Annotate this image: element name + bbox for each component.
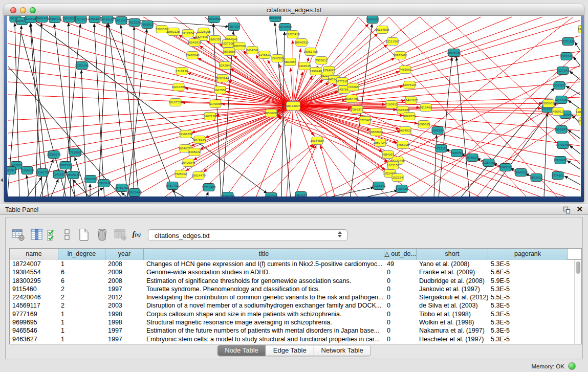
graph-edge[interactable] (320, 145, 335, 196)
graph-node[interactable]: 4498222 (188, 148, 201, 156)
table-row[interactable]: 946362711997Embryonic stem cells: a mode… (10, 335, 574, 343)
graph-edge[interactable] (575, 42, 580, 51)
graph-edge[interactable] (573, 57, 580, 65)
graph-node[interactable]: 1362615 (298, 62, 311, 70)
graph-node[interactable]: 17957253 (83, 176, 98, 183)
column-header-name[interactable]: name (10, 249, 58, 260)
graph-edge[interactable] (568, 130, 580, 139)
graph-node[interactable]: 1615152 (387, 162, 400, 169)
graph-node[interactable]: 2803144 (216, 75, 229, 82)
graph-node[interactable]: 11156869 (20, 167, 34, 174)
graph-edge[interactable] (570, 71, 580, 80)
graph-node[interactable]: 10254459 (482, 159, 496, 167)
table-row[interactable]: 1456911722003Disruption of a novel membe… (10, 301, 574, 310)
table-source-select[interactable]: citations_edges.txt (148, 229, 347, 241)
tab-network-table[interactable]: Network Table (314, 345, 371, 356)
graph-node[interactable]: 23420046 (185, 52, 200, 59)
graph-edge[interactable] (445, 17, 580, 143)
table-row[interactable]: 969969511998Structural magnetic resonanc… (10, 318, 574, 326)
graph-edge[interactable] (293, 17, 420, 106)
graph-node[interactable]: 19384554 (310, 137, 324, 145)
graph-node[interactable]: 16154808 (375, 26, 389, 34)
graph-node[interactable]: 8186328 (209, 36, 222, 43)
graph-node[interactable]: 12106453 (553, 157, 568, 164)
graph-edge[interactable] (8, 106, 293, 120)
tab-edge-table[interactable]: Edge Table (266, 345, 314, 356)
graph-node[interactable]: 16961758 (303, 48, 318, 56)
column-header-short[interactable]: short (417, 249, 488, 260)
tab-node-table[interactable]: Node Table (217, 345, 266, 356)
graph-node[interactable]: 12093872 (552, 82, 567, 90)
graph-edge[interactable] (293, 17, 542, 106)
graph-edge[interactable] (121, 25, 139, 196)
column-header-in_degree[interactable]: in_degree (58, 249, 105, 260)
panel-collapse-arrow-icon[interactable] (1, 178, 3, 182)
graph-node[interactable]: 16046242 (465, 154, 480, 162)
graph-edge[interactable] (293, 40, 293, 106)
graph-node[interactable]: 2967608 (233, 42, 246, 50)
table-scrollbar-thumb[interactable] (576, 261, 580, 274)
graph-node[interactable]: 7485063 (399, 66, 412, 74)
graph-edge[interactable] (205, 106, 293, 138)
graph-edge[interactable] (27, 175, 29, 196)
graph-edge[interactable] (293, 106, 328, 196)
close-panel-icon[interactable]: ✕ (576, 205, 583, 214)
column-header-pagerank[interactable]: pagerank (488, 249, 568, 260)
graph-node[interactable]: 7357224 (228, 23, 241, 31)
graph-node[interactable]: 18107554 (168, 99, 183, 106)
graph-node[interactable]: 9860128 (167, 28, 180, 36)
delete-table-icon[interactable] (112, 226, 128, 243)
table-row[interactable]: 2242004622012Investigating the contribut… (10, 293, 574, 301)
function-builder-icon[interactable]: f(x) (130, 226, 143, 243)
graph-node[interactable]: 17701451 (556, 141, 570, 149)
rows-icon[interactable] (61, 226, 73, 243)
table-settings-icon[interactable] (10, 226, 26, 243)
graph-node[interactable]: 14136141 (372, 182, 386, 190)
graph-node[interactable]: 2687682 (366, 16, 379, 24)
graph-edge[interactable] (134, 27, 134, 196)
graph-node[interactable]: 2718126 (176, 68, 188, 75)
graph-node[interactable]: 7386372 (351, 106, 364, 114)
graph-node[interactable]: 12444151 (554, 96, 569, 104)
graph-node[interactable]: 12325419 (286, 31, 300, 38)
graph-node[interactable]: 1640954 (431, 127, 444, 135)
graph-node[interactable]: 15692971 (554, 126, 569, 134)
graph-node[interactable]: 16914479 (191, 172, 206, 180)
graph-node[interactable]: 18640910 (294, 39, 309, 47)
graph-node[interactable]: 9654923 (399, 127, 412, 135)
graph-node[interactable]: 19166852 (179, 130, 193, 138)
graph-node[interactable]: 6822057 (284, 58, 297, 66)
graph-node[interactable]: 9152654 (578, 26, 581, 33)
table-row[interactable]: 977716911998Corpus callosum shape and si… (10, 310, 574, 318)
graph-node[interactable]: 20253346 (75, 62, 89, 70)
graph-node[interactable]: 9671385 (115, 17, 128, 25)
graph-edge[interactable] (456, 57, 470, 196)
graph-node[interactable]: 16782759 (115, 184, 129, 192)
graph-node[interactable]: 7615526 (128, 19, 141, 27)
graph-node[interactable]: 12213383 (171, 83, 186, 91)
graph-node[interactable]: 10719185 (100, 16, 115, 24)
graph-node[interactable]: 10958167 (97, 180, 111, 187)
graph-node-hub[interactable]: 18724007 (286, 102, 300, 111)
graph-node[interactable]: 18807249 (373, 139, 387, 147)
graph-edge[interactable] (358, 190, 398, 196)
column-header-year[interactable]: year (105, 249, 144, 260)
graph-node[interactable]: 14569117 (551, 108, 565, 116)
graph-node[interactable]: 1733426 (396, 185, 408, 193)
graph-node[interactable]: 8454749 (246, 47, 259, 54)
graph-edge[interactable] (8, 106, 293, 183)
memory-ok-led-icon[interactable] (568, 362, 576, 370)
graph-node[interactable]: 6793197 (435, 145, 448, 152)
network-window-titlebar[interactable]: citations_edges.txt (4, 4, 584, 16)
graph-node[interactable]: 17359928 (68, 149, 82, 157)
graph-node[interactable]: 7815529 (141, 21, 154, 29)
graph-node[interactable]: 19218506 (278, 24, 292, 31)
graph-node[interactable]: 8427552 (214, 86, 227, 94)
graph-node[interactable]: 16543812 (187, 39, 202, 47)
graph-node[interactable]: 9329366 (560, 53, 573, 60)
graph-edge[interactable] (564, 176, 580, 185)
network-canvas[interactable]: 1872400720631521405571415238983206914061… (7, 16, 581, 196)
graph-node[interactable]: 1588520 (271, 55, 284, 62)
graph-edge[interactable] (206, 192, 208, 196)
graph-node[interactable]: 12213967 (385, 38, 400, 46)
